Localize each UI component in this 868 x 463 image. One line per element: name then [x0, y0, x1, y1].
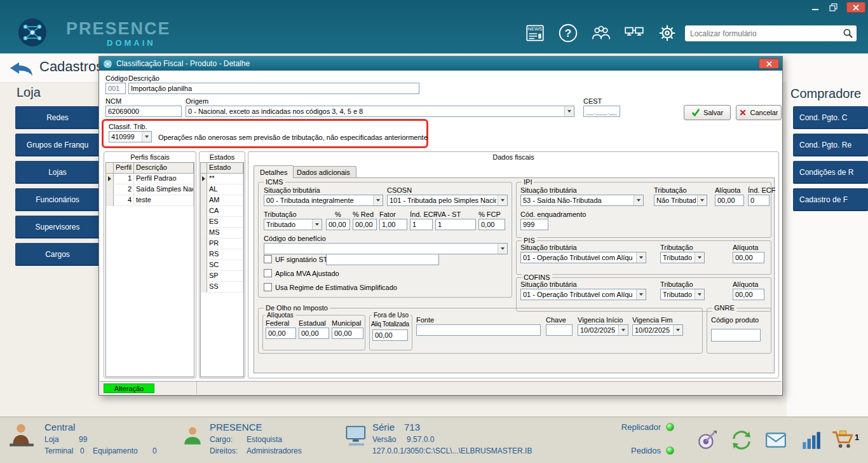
loja-label: Loja	[44, 435, 59, 444]
row-marker-icon	[108, 176, 111, 181]
estado-row[interactable]: SP	[201, 271, 243, 282]
icms-group: ICMS Situação tributária 00 - Tributada …	[258, 182, 512, 298]
estado-row[interactable]: AM	[201, 195, 243, 206]
icms-pct-input[interactable]	[326, 219, 350, 230]
direitos-value: Administradores	[247, 446, 302, 455]
descricao-input[interactable]	[128, 83, 419, 94]
icms-fator-input[interactable]	[379, 219, 407, 230]
pis-aliquota-input[interactable]	[733, 252, 764, 263]
federal-label: Federal	[266, 319, 296, 327]
chart-icon[interactable]	[801, 429, 822, 451]
nav-button-lojas[interactable]: Lojas	[15, 161, 100, 184]
ipi-cod-enquadramento-input[interactable]	[520, 219, 548, 230]
perfis-title: Perfis fiscais	[104, 153, 196, 161]
icms-pct-red-input[interactable]	[353, 219, 377, 230]
aliq-totalizada-input[interactable]	[372, 329, 408, 341]
nav-button-cond-pgto-re[interactable]: Cond. Pgto. Re	[793, 134, 868, 156]
cest-input[interactable]	[583, 106, 620, 117]
nav-button-cadastro-de-f[interactable]: Cadastro de F	[793, 188, 868, 211]
chave-input[interactable]	[546, 324, 573, 336]
tab-dados-adicionais[interactable]: Dados adicionais	[290, 166, 356, 178]
nav-button-cargos[interactable]: Cargos	[15, 243, 100, 266]
news-icon[interactable]: NEWS	[524, 22, 546, 44]
icms-ind-ecf-input[interactable]	[410, 219, 433, 230]
nav-button-grupos-de-franquia[interactable]: Grupos de Franqu	[15, 134, 100, 156]
minimize-button[interactable]	[808, 2, 822, 12]
dart-icon[interactable]	[696, 429, 718, 451]
nav-button-redes[interactable]: Redes	[15, 106, 100, 129]
workstations-icon[interactable]	[623, 22, 645, 44]
uf-signatario-checkbox[interactable]	[264, 255, 272, 263]
icms-tributacao-select[interactable]: Tributado	[264, 219, 322, 230]
cofins-aliquota-input[interactable]	[733, 289, 764, 300]
icms-situacao-select[interactable]: 00 - Tributada integralmente	[264, 195, 383, 206]
salvar-button[interactable]: Salvar	[684, 105, 731, 120]
cofins-situacao-select[interactable]: 01 - Operação Tributável com Alíqu	[520, 289, 646, 300]
messages-icon[interactable]	[765, 429, 787, 451]
nav-button-condicoes-de-r[interactable]: Condições de R	[793, 161, 868, 184]
vigencia-fim-select[interactable]: 10/02/2025	[632, 324, 683, 336]
ipi-tributacao-select[interactable]: Não Tributado	[654, 195, 707, 206]
fonte-input[interactable]	[416, 324, 541, 336]
aplica-mva-checkbox[interactable]	[264, 269, 272, 277]
gnre-codigo-produto-input[interactable]	[711, 329, 761, 342]
icms-fcp-input[interactable]	[478, 219, 505, 230]
tab-detalhes[interactable]: Detalhes	[254, 165, 294, 178]
nav-button-supervisores[interactable]: Supervisores	[15, 216, 100, 238]
restore-button[interactable]	[826, 2, 840, 12]
terminal-label: Terminal	[44, 446, 73, 455]
form-search-box	[685, 25, 857, 41]
fora-de-uso-subgroup: Fora de Uso Aliq Totalizada	[369, 315, 412, 350]
back-arrow-icon[interactable]	[9, 61, 34, 76]
icms-iva-st-input[interactable]	[435, 219, 476, 230]
cofins-tributacao-select[interactable]: Tributado	[660, 289, 705, 300]
pis-tributacao-select[interactable]: Tributado	[660, 252, 705, 263]
cancelar-button[interactable]: Cancelar	[736, 105, 782, 120]
ncm-input[interactable]	[105, 106, 182, 117]
close-button[interactable]	[846, 2, 865, 13]
sync-icon[interactable]	[731, 429, 752, 451]
estado-row[interactable]: PR	[201, 238, 243, 249]
municipal-input[interactable]	[332, 328, 363, 339]
form-search-input[interactable]	[685, 25, 857, 41]
codigo-input[interactable]	[105, 83, 126, 94]
icms-cod-beneficio-select[interactable]	[264, 243, 508, 254]
estado-row[interactable]: SS	[201, 282, 243, 293]
estadual-input[interactable]	[299, 328, 329, 339]
dialog-close-button[interactable]	[759, 59, 779, 69]
estado-row[interactable]: ES	[201, 217, 243, 228]
origem-select[interactable]: 0 - Nacional, exceto as indicadas nos có…	[186, 106, 574, 117]
dialog-titlebar[interactable]: Classificação Fiscal - Produto - Detalhe	[99, 57, 782, 71]
search-icon[interactable]	[843, 28, 853, 39]
perfil-row[interactable]: 1 Perfil Padrao	[106, 174, 194, 184]
estado-row[interactable]: SC	[201, 260, 243, 271]
nav-button-funcionarios[interactable]: Funcionários	[15, 188, 100, 211]
dialog-icon	[103, 59, 112, 69]
estado-row[interactable]: RS	[201, 249, 243, 260]
estado-row[interactable]: CA	[201, 206, 243, 217]
pis-situacao-select[interactable]: 01 - Operação Tributável com Alíqu	[520, 252, 646, 263]
estado-row[interactable]: MS	[201, 228, 243, 238]
nav-button-cond-pgto-c[interactable]: Cond. Pgto. C	[793, 106, 868, 129]
orders-cart-icon[interactable]	[831, 428, 854, 451]
estado-row[interactable]: **	[201, 174, 243, 184]
uf-signatario-input[interactable]	[326, 254, 439, 265]
federal-input[interactable]	[266, 328, 296, 339]
equipamento-label: Equipamento	[93, 446, 138, 455]
usa-regime-checkbox[interactable]	[264, 283, 272, 291]
classif-trib-select[interactable]: 410999	[109, 131, 152, 142]
codigo-label: Código	[105, 74, 128, 82]
perfil-row[interactable]: 2 Saída Simples Nacio	[106, 184, 194, 195]
ipi-ind-ecf-input[interactable]	[748, 195, 770, 206]
help-icon[interactable]: ?	[557, 22, 579, 44]
settings-gear-icon[interactable]	[656, 22, 678, 44]
app-header: PRESENCE DOMAIN NEWS ?	[0, 0, 868, 53]
ipi-situacao-select[interactable]: 53 - Saída Não-Tributada	[520, 195, 644, 206]
dados-fiscais-group: Dados fiscais Detalhes Dados adicionais …	[248, 151, 779, 378]
perfil-row[interactable]: 4 teste	[106, 195, 194, 206]
icms-csosn-select[interactable]: 101 - Tributada pelo Simples Naciona	[387, 195, 508, 206]
users-icon[interactable]	[590, 22, 612, 44]
vigencia-inicio-select[interactable]: 10/02/2025	[578, 324, 628, 336]
ipi-aliquota-input[interactable]	[715, 195, 744, 206]
estado-row[interactable]: AL	[201, 184, 243, 195]
